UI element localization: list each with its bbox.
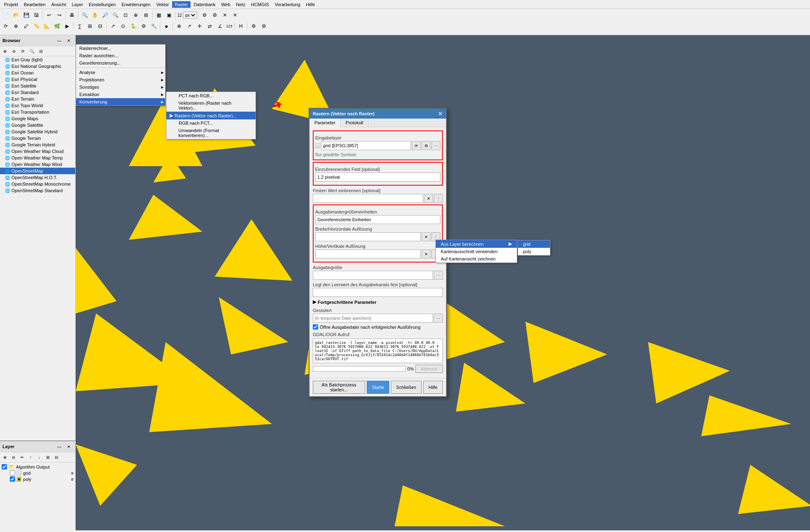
eingabelayer-select[interactable]: grid [EPSG:3857] <box>321 141 411 150</box>
tb-r12[interactable]: ⊙ <box>118 21 128 31</box>
raster-menu-item-7[interactable]: Konvertierung <box>76 98 165 106</box>
ausgaberastergroesse-select[interactable]: Georeferenzierte Einheiten <box>315 215 440 224</box>
tb-zoom-out[interactable]: 🔍 <box>110 10 120 20</box>
tb-r8[interactable]: ∑ <box>75 21 85 31</box>
tb-r4[interactable]: 📏 <box>31 21 41 31</box>
abbruch-btn[interactable]: Abbruch <box>415 365 443 373</box>
menu-einstellungen[interactable]: Einstellungen <box>86 1 118 8</box>
browser-collapse-all-btn[interactable]: ⊟ <box>37 47 45 55</box>
font-size-select[interactable]: px <box>183 11 197 19</box>
context-item-0[interactable]: Aus Layer berechnen ▶ <box>436 240 517 248</box>
sub-item-2[interactable]: ▶ Rastern (Vektor nach Raster)... <box>166 112 256 119</box>
fortgeschrittene-header[interactable]: ▶ Fortgeschrittene Parameter <box>313 299 443 305</box>
raster-menu-item-4[interactable]: Projektionen <box>76 76 165 83</box>
raster-menu-item-1[interactable]: Raster ausrichten... <box>76 52 165 59</box>
menu-hcmgis[interactable]: HCMGIS <box>249 1 271 8</box>
oeffne-checkbox[interactable] <box>313 324 318 330</box>
browser-item-18[interactable]: 🌐OpenStreetMap H.O.T. <box>0 174 75 181</box>
leerwert-input[interactable]: Nicht gesetzt <box>313 288 443 297</box>
tb-plugin4[interactable]: ✕ <box>230 10 240 20</box>
browser-item-17[interactable]: 🌐OpenStreetMap <box>0 168 75 174</box>
hoehe-clear-btn[interactable]: ✕ <box>422 249 431 258</box>
menu-bearbeiten[interactable]: Bearbeiten <box>21 1 48 8</box>
tb-plugin3[interactable]: ✕ <box>220 10 230 20</box>
layer-grid-checkbox[interactable] <box>10 470 15 476</box>
menu-datenbank[interactable]: Datenbank <box>191 1 218 8</box>
browser-item-14[interactable]: 🌐Open Weather Map Cloud <box>0 148 75 155</box>
layer-item-poly[interactable]: ■ poly ≡ <box>10 476 74 482</box>
browser-item-9[interactable]: 🌐Google Maps <box>0 115 75 122</box>
sub-item-1[interactable]: Vektorisieren (Raster nach Vektor)... <box>166 99 256 112</box>
context-sub-item-1[interactable]: poly <box>518 248 550 255</box>
dialog-close-btn[interactable]: ✕ <box>438 110 443 117</box>
tb-save[interactable]: 💾 <box>21 10 31 20</box>
tb-cross[interactable]: ✛ <box>195 21 204 31</box>
dialog-tab-protokoll[interactable]: Protokoll <box>341 119 368 127</box>
tb-r1[interactable]: ⟳ <box>1 21 11 31</box>
starte-btn[interactable]: Starte <box>367 381 389 394</box>
browser-item-13[interactable]: 🌐Google Terrain Hybrid <box>0 141 75 148</box>
layer-group-btn[interactable]: ⊞ <box>44 453 52 461</box>
tb-r3[interactable]: 🖊 <box>21 21 31 31</box>
tb-r11[interactable]: ↗ <box>108 21 118 31</box>
breite-clear-btn[interactable]: ✕ <box>422 232 431 241</box>
menu-netz[interactable]: Netz <box>233 1 248 8</box>
layer-close-btn[interactable]: ✕ <box>65 442 73 451</box>
sub-item-0[interactable]: PCT nach RGB... <box>166 92 256 99</box>
schliessen-btn[interactable]: Schließen <box>391 381 422 394</box>
tb-coord[interactable]: ⊕ <box>174 21 184 31</box>
sub-item-4[interactable]: Umwandeln (Format konvertieren)... <box>166 127 256 139</box>
layer-item-grid[interactable]: □ grid ≡ <box>10 470 74 476</box>
tb-zoom-layer[interactable]: ⊕ <box>131 10 141 20</box>
tb-r15[interactable]: 🔧 <box>149 21 159 31</box>
tb-r2[interactable]: ⊕ <box>11 21 21 31</box>
browser-filter-btn[interactable]: 🔍 <box>28 47 36 55</box>
menu-hilfe[interactable]: Hilfe <box>303 1 317 8</box>
hilfe-btn[interactable]: Hilfe <box>423 381 443 394</box>
sub-item-3[interactable]: RGB nach PCT... <box>166 119 256 127</box>
browser-collapse-btn[interactable]: — <box>55 36 63 45</box>
browser-item-3[interactable]: 🌐Esri Physical <box>0 76 75 83</box>
browser-item-7[interactable]: 🌐Esri Topo World <box>0 102 75 109</box>
browser-item-1[interactable]: 🌐Esri National Geographic <box>0 63 75 70</box>
ausgabe-groesse-btn[interactable]: ⋯ <box>434 271 443 280</box>
tb-open[interactable]: 📂 <box>11 10 21 20</box>
tb-print[interactable]: 🖶 <box>67 10 77 20</box>
browser-refresh-btn[interactable]: ⟳ <box>19 47 27 55</box>
tb-r9[interactable]: ⊞ <box>85 21 95 31</box>
tb-r14[interactable]: ⚙ <box>139 21 148 31</box>
tb-zoom-selection[interactable]: ⊞ <box>141 10 151 20</box>
layer-group-algorithm[interactable]: 📁 Algorithm Output <box>2 464 74 469</box>
menu-layer[interactable]: Layer <box>70 1 86 8</box>
context-item-1[interactable]: Kartenausschnitt verwenden <box>436 248 517 255</box>
layer-remove-btn[interactable]: ⊖ <box>9 453 18 461</box>
tb-save-as[interactable]: 🖫 <box>31 10 41 20</box>
layer-edit-btn[interactable]: ✏ <box>18 453 26 461</box>
tb-hcmgis[interactable]: H <box>236 21 246 31</box>
tb-plugin2[interactable]: ⚙ <box>210 10 220 20</box>
tb-pan[interactable]: ✋ <box>90 10 100 20</box>
browser-close-btn[interactable]: ✕ <box>65 36 73 45</box>
map-area[interactable]: Rasterrechner... Raster ausrichten... Ge… <box>76 35 810 530</box>
tb-arrow[interactable]: ↗ <box>184 21 194 31</box>
raster-menu-item-3[interactable]: Analyse <box>76 69 165 76</box>
layer-add-btn[interactable]: ⊕ <box>1 453 9 461</box>
browser-item-8[interactable]: 🌐Esri Transportation <box>0 109 75 115</box>
menu-vektor[interactable]: Vektor <box>154 1 171 8</box>
tb-move[interactable]: ⇄ <box>205 21 215 31</box>
browser-add-btn[interactable]: ⊕ <box>1 47 9 55</box>
browser-item-16[interactable]: 🌐Open Weather Map Wind <box>0 161 75 168</box>
context-item-2[interactable]: Auf Kartenansicht zeichnen <box>436 255 517 263</box>
browser-item-12[interactable]: 🌐Google Terrain <box>0 135 75 141</box>
tb-plugin1[interactable]: ⚙ <box>200 10 209 20</box>
layer-up-btn[interactable]: ↑ <box>27 453 35 461</box>
tb-r6[interactable]: 🌿 <box>52 21 62 31</box>
browser-item-10[interactable]: 🌐Google Satellite <box>0 122 75 128</box>
tb-angle[interactable]: ∠ <box>215 21 225 31</box>
breite-input[interactable]: 40.000000 <box>315 232 421 241</box>
browser-item-6[interactable]: 🌐Esri Terrain <box>0 96 75 102</box>
browser-item-15[interactable]: 🌐Open Weather Map Temp <box>0 155 75 161</box>
tb-r10[interactable]: ⊟ <box>95 21 105 31</box>
tb-zoom-full[interactable]: ⊡ <box>121 10 130 20</box>
raster-menu-item-6[interactable]: Extraktion <box>76 91 165 98</box>
